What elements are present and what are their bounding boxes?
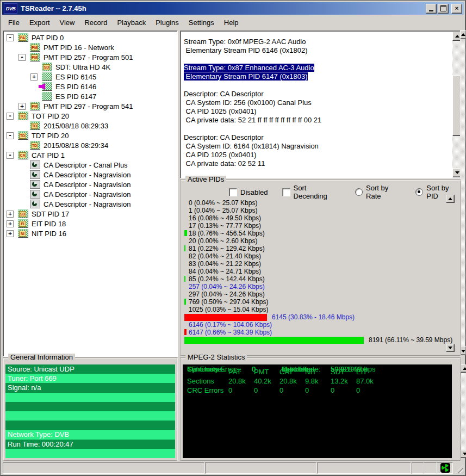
detail-line[interactable] <box>184 81 462 90</box>
tree-expand-toggle[interactable] <box>7 132 14 139</box>
tree-node-label: PAT PID 0 <box>32 34 64 42</box>
tree-expand-toggle[interactable] <box>7 220 14 227</box>
stream-detail-panel[interactable]: Stream Type: 0x0f MPEG-2 AAC Audio Eleme… <box>180 30 462 178</box>
stats-value: 87.0k <box>356 376 382 386</box>
detail-line[interactable]: CA PID 1025 (0x0401) <box>184 107 462 116</box>
tree-node-icon: PM <box>30 102 40 110</box>
maximize-button[interactable] <box>438 4 449 14</box>
title-bar[interactable]: DVB TSReader -- 2.7.45h × <box>2 2 464 15</box>
pid-list-scroll-up-button[interactable] <box>446 195 455 203</box>
radio-button[interactable] <box>415 188 423 196</box>
detail-line-text: CA private data: 52 21 ff ff ff ff ff ff… <box>184 116 321 124</box>
tree-expand-toggle[interactable] <box>7 211 14 218</box>
pid-row: 769 (0.50% ~ 297.04 Kbps) <box>183 298 444 306</box>
detail-line[interactable]: Elementary Stream PID 6147 (0x1803) <box>184 72 462 81</box>
tree-expand-toggle[interactable] <box>7 34 14 41</box>
tree-row[interactable]: CA Descriptor - Nagravision <box>3 199 177 209</box>
detail-line-text: Stream Type: 0x87 Enhanced AC-3 Audio <box>184 64 314 72</box>
menu-item[interactable]: Help <box>219 17 244 28</box>
tree-node-label: SDT PID 17 <box>32 210 69 218</box>
radio-group[interactable]: Sort by Rate <box>355 184 402 200</box>
pid-list-scroll-down-button[interactable] <box>446 344 455 352</box>
minimize-button[interactable] <box>426 4 437 14</box>
pid-row: 6147 (0.66% ~ 394.39 Kbps) <box>183 329 444 336</box>
menu-item[interactable]: Settings <box>184 17 219 28</box>
menu-item[interactable]: Plugins <box>151 17 184 28</box>
detail-line[interactable]: CA PID 1025 (0x0401) <box>184 151 462 159</box>
tree-row[interactable]: PM PMT PID 297 - Program 541 <box>3 101 177 111</box>
mpeg2-stats-title: MPEG-2 Statistics <box>185 354 247 361</box>
detail-line[interactable]: Stream Type: 0x87 Enhanced AC-3 Audio <box>184 64 462 72</box>
detail-line[interactable] <box>184 55 462 64</box>
radio-button[interactable] <box>355 188 363 196</box>
tree-row[interactable]: SD SDT: Ultra HD 4K <box>3 62 177 72</box>
menu-item[interactable]: Record <box>79 17 112 28</box>
tree-row[interactable]: ES PID 6145 <box>3 72 177 82</box>
tree-row[interactable]: PA PAT PID 0 <box>3 33 177 42</box>
minimize-icon <box>429 10 433 11</box>
menu-item[interactable]: View <box>55 17 80 28</box>
tree-expand-toggle[interactable] <box>30 73 38 81</box>
pid-row: 83 (0.04% ~ 21.22 Kbps) <box>183 260 444 268</box>
tree-row[interactable]: TO 2015/08/18 08:29:33 <box>3 121 177 131</box>
tree-node-icon: CA <box>18 151 28 159</box>
tree-row[interactable]: NI NIT PID 16 <box>3 228 177 238</box>
tree-row[interactable]: CA Descriptor - Nagravision <box>3 180 177 189</box>
tree-expand-toggle[interactable] <box>18 103 26 110</box>
tree-row[interactable]: CA Descriptor - Nagravision <box>3 170 177 180</box>
close-button[interactable]: × <box>451 4 462 14</box>
menu-item[interactable]: Export <box>24 17 55 28</box>
menu-item[interactable]: File <box>3 17 24 28</box>
tree-expand-toggle[interactable] <box>7 152 14 159</box>
tree-row[interactable]: TD 2015/08/18 08:29:34 <box>3 140 177 150</box>
app-window: DVB TSReader -- 2.7.45h × FileExportView… <box>0 0 466 476</box>
stats-value: 9.8k <box>305 376 331 386</box>
detail-line[interactable]: Elementary Stream PID 6146 (0x1802) <box>184 46 462 55</box>
detail-line[interactable]: CA private data: 52 21 ff ff ff ff ff ff… <box>184 116 462 125</box>
tree-row[interactable]: EI EIT PID 18 <box>3 219 177 228</box>
tree-node-icon: SD <box>42 63 52 71</box>
right-pane-scroll-up-button[interactable] <box>460 30 466 39</box>
tree-node-icon <box>30 190 40 199</box>
tree-row[interactable]: TD TDT PID 20 <box>3 131 177 140</box>
detail-line[interactable]: CA private data: 02 52 11 <box>184 159 462 168</box>
tree-row[interactable]: TO TOT PID 20 <box>3 111 177 121</box>
detail-line[interactable]: CA System ID: 6164 (0x1814) Nagravision <box>184 142 462 151</box>
stats-scroll-up-button[interactable] <box>461 364 466 373</box>
detail-line[interactable]: Descriptor: CA Descriptor <box>184 133 462 142</box>
tree-row[interactable]: CA Descriptor - Nagravision <box>3 189 177 199</box>
detail-line[interactable]: Descriptor: CA Descriptor <box>184 90 462 98</box>
tree-row[interactable]: ES PID 6146 <box>3 82 177 91</box>
checkbox-group[interactable]: Sort Decending <box>282 184 337 200</box>
checkbox[interactable] <box>282 188 290 196</box>
psi-tree-panel[interactable]: PA PAT PID 0 PM PMT PID 16 - Network PM … <box>3 30 178 357</box>
tree-row[interactable]: SD SDT PID 17 <box>3 209 177 219</box>
tree-node-label: CAT PID 1 <box>32 151 65 159</box>
menu-item[interactable]: Playback <box>112 17 151 28</box>
tree-row[interactable]: CA Descriptor - Canal Plus <box>3 160 177 170</box>
tree-expand-toggle[interactable] <box>7 230 14 237</box>
pid-bitrate-bar <box>184 230 187 236</box>
stats-value: 0 <box>228 386 254 395</box>
pid-row-text: 297 (0.04% ~ 24.26 Kbps) <box>189 290 265 298</box>
tree-node-label: ES PID 6145 <box>55 73 96 81</box>
checkbox[interactable] <box>229 188 237 196</box>
tree-row[interactable]: PM PMT PID 16 - Network <box>3 42 177 52</box>
tree-row[interactable]: CA CAT PID 1 <box>3 150 177 160</box>
tree-row[interactable]: ES PID 6147 <box>3 91 177 101</box>
tree-expand-toggle[interactable] <box>18 54 26 61</box>
stats-scrollbar[interactable] <box>461 364 466 458</box>
tree-node-icon: NI <box>18 229 28 238</box>
pid-row-text: 85 (0.24% ~ 142.44 Kbps) <box>189 275 265 283</box>
tree-row[interactable]: PM PMT PID 257 - Program 501 <box>3 52 177 62</box>
resize-grip[interactable] <box>455 465 463 473</box>
tree-node-label: ES PID 6147 <box>55 92 96 101</box>
status-cell-activity <box>437 462 453 474</box>
tree-node-icon <box>30 160 40 169</box>
detail-line[interactable]: CA System ID: 256 (0x0100) Canal Plus <box>184 98 462 107</box>
detail-line[interactable] <box>184 125 462 133</box>
detail-line[interactable]: Stream Type: 0x0f MPEG-2 AAC Audio <box>184 38 462 46</box>
checkbox-group[interactable]: Disabled <box>229 188 268 196</box>
tree-expand-toggle[interactable] <box>7 113 14 120</box>
stats-scroll-down-button[interactable] <box>461 450 466 458</box>
